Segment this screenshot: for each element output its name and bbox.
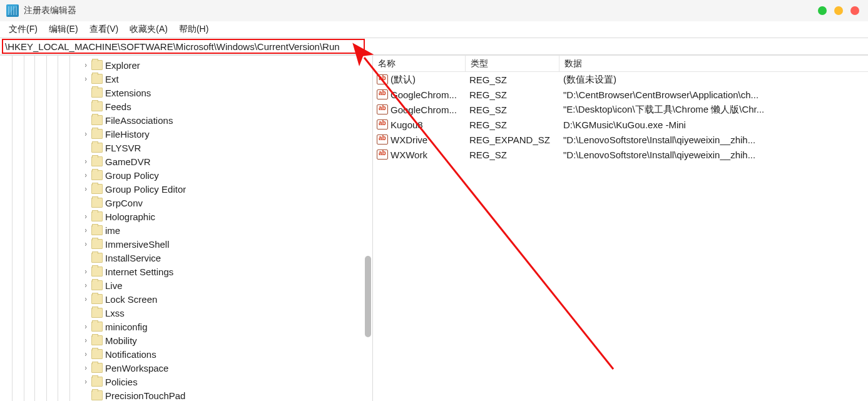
chevron-right-icon[interactable]: › bbox=[82, 226, 89, 235]
value-name-cell: Kugou8 bbox=[373, 119, 466, 130]
chevron-right-icon[interactable]: › bbox=[82, 336, 89, 345]
value-data-cell: D:\KGMusic\KuGou.exe -Mini bbox=[559, 119, 868, 130]
tree-item[interactable]: ›miniconfig bbox=[0, 320, 372, 333]
tree[interactable]: ›Explorer›Ext›Extensions›Feeds›FileAssoc… bbox=[0, 56, 372, 401]
chevron-right-icon[interactable]: › bbox=[82, 74, 89, 83]
menubar: 文件(F) 编辑(E) 查看(V) 收藏夹(A) 帮助(H) bbox=[0, 21, 868, 38]
value-row[interactable]: GoogleChrom...REG_SZ"D:\CentBrowser\Cent… bbox=[373, 87, 868, 102]
folder-icon bbox=[91, 198, 103, 208]
tree-item[interactable]: ›ImmersiveShell bbox=[0, 237, 372, 251]
tree-item[interactable]: ›ime bbox=[0, 223, 372, 237]
reg-string-icon bbox=[377, 74, 388, 84]
folder-icon bbox=[91, 170, 103, 180]
chevron-right-icon[interactable]: › bbox=[82, 185, 89, 193]
tree-item[interactable]: ›GameDVR bbox=[0, 155, 372, 168]
tree-item[interactable]: ›Mobility bbox=[0, 333, 372, 347]
tree-item-label: Mobility bbox=[105, 335, 137, 346]
tree-item[interactable]: ›Notifications bbox=[0, 347, 372, 361]
tree-item[interactable]: ›Ext bbox=[0, 72, 372, 86]
tree-item[interactable]: ›InstallService bbox=[0, 251, 372, 265]
value-type-cell: REG_SZ bbox=[466, 89, 559, 100]
tree-panel: ›Explorer›Ext›Extensions›Feeds›FileAssoc… bbox=[0, 56, 373, 401]
chevron-right-icon[interactable]: › bbox=[82, 212, 89, 221]
tree-scrollbar-thumb[interactable] bbox=[365, 256, 371, 337]
folder-icon bbox=[91, 156, 103, 166]
value-data-cell: "D:\CentBrowser\CentBrowser\Application\… bbox=[559, 89, 868, 100]
chevron-right-icon[interactable]: › bbox=[82, 129, 89, 138]
address-input[interactable] bbox=[0, 38, 868, 54]
tree-item[interactable]: ›PrecisionTouchPad bbox=[0, 388, 372, 401]
chevron-right-icon[interactable]: › bbox=[82, 350, 89, 358]
folder-icon bbox=[91, 335, 103, 345]
value-name-label: WXWork bbox=[391, 150, 427, 160]
window-maximize-dot[interactable] bbox=[834, 6, 843, 15]
tree-item-label: Policies bbox=[105, 377, 138, 387]
window-title: 注册表编辑器 bbox=[24, 5, 76, 16]
chevron-right-icon[interactable]: › bbox=[82, 157, 89, 166]
reg-string-icon bbox=[377, 119, 388, 129]
chevron-right-icon[interactable]: › bbox=[82, 240, 89, 248]
tree-item[interactable]: ›Explorer bbox=[0, 58, 372, 72]
folder-icon bbox=[91, 88, 103, 98]
chevron-right-icon[interactable]: › bbox=[82, 363, 89, 372]
tree-item[interactable]: ›Lxss bbox=[0, 306, 372, 320]
folder-icon bbox=[91, 239, 103, 249]
tree-item[interactable]: ›Feeds bbox=[0, 99, 372, 113]
value-row[interactable]: (默认)REG_SZ(数值未设置) bbox=[373, 72, 868, 87]
window-close-dot[interactable] bbox=[850, 6, 859, 15]
tree-item[interactable]: ›FileHistory bbox=[0, 127, 372, 141]
column-header-type[interactable]: 类型 bbox=[466, 56, 559, 71]
chevron-right-icon[interactable]: › bbox=[82, 61, 89, 69]
tree-item[interactable]: ›FLYSVR bbox=[0, 141, 372, 155]
reg-string-icon bbox=[377, 104, 388, 114]
menu-help[interactable]: 帮助(H) bbox=[176, 23, 211, 36]
tree-item[interactable]: ›Lock Screen bbox=[0, 292, 372, 306]
menu-view[interactable]: 查看(V) bbox=[87, 23, 121, 36]
tree-item[interactable]: ›GrpConv bbox=[0, 196, 372, 210]
chevron-right-icon[interactable]: › bbox=[82, 171, 89, 180]
value-name-label: GoogleChrom... bbox=[391, 104, 457, 115]
tree-item[interactable]: ›PenWorkspace bbox=[0, 361, 372, 375]
value-row[interactable]: Kugou8REG_SZD:\KGMusic\KuGou.exe -Mini bbox=[373, 117, 868, 132]
folder-icon bbox=[91, 101, 103, 111]
menu-file[interactable]: 文件(F) bbox=[6, 23, 40, 36]
tree-item-label: FileHistory bbox=[105, 129, 150, 140]
folder-icon bbox=[91, 390, 103, 400]
tree-item[interactable]: ›FileAssociations bbox=[0, 113, 372, 127]
value-name-label: (默认) bbox=[391, 74, 416, 86]
chevron-right-icon[interactable]: › bbox=[82, 322, 89, 331]
tree-item[interactable]: ›Holographic bbox=[0, 210, 372, 223]
chevron-right-icon[interactable]: › bbox=[82, 267, 89, 276]
values-header: 名称 类型 数据 bbox=[373, 56, 868, 72]
chevron-right-icon[interactable]: › bbox=[82, 295, 89, 303]
tree-item[interactable]: ›Live bbox=[0, 278, 372, 292]
tree-item[interactable]: ›Policies bbox=[0, 375, 372, 388]
column-header-data[interactable]: 数据 bbox=[559, 56, 868, 71]
value-name-label: Kugou8 bbox=[391, 119, 423, 130]
window-minimize-dot[interactable] bbox=[818, 6, 827, 15]
window-controls bbox=[818, 6, 859, 15]
values-rows: (默认)REG_SZ(数值未设置)GoogleChrom...REG_SZ"D:… bbox=[373, 72, 868, 401]
menu-favorites[interactable]: 收藏夹(A) bbox=[127, 23, 170, 36]
value-data-cell: "D:\LenovoSoftstore\Install\qiyeweixin__… bbox=[559, 135, 868, 145]
tree-item[interactable]: ›Extensions bbox=[0, 86, 372, 99]
tree-item[interactable]: ›Group Policy bbox=[0, 168, 372, 182]
menu-edit[interactable]: 编辑(E) bbox=[46, 23, 81, 36]
chevron-right-icon[interactable]: › bbox=[82, 281, 89, 290]
chevron-right-icon[interactable]: › bbox=[82, 377, 89, 386]
value-name-label: GoogleChrom... bbox=[391, 89, 457, 100]
value-type-cell: REG_SZ bbox=[466, 104, 559, 115]
value-row[interactable]: GoogleChrom...REG_SZ"E:\Desktop\icon\下载工… bbox=[373, 102, 868, 117]
value-row[interactable]: WXDriveREG_EXPAND_SZ"D:\LenovoSoftstore\… bbox=[373, 132, 868, 147]
value-row[interactable]: WXWorkREG_SZ"D:\LenovoSoftstore\Install\… bbox=[373, 147, 868, 162]
column-header-name[interactable]: 名称 bbox=[373, 56, 466, 71]
tree-item[interactable]: ›Group Policy Editor bbox=[0, 182, 372, 196]
tree-item-label: Holographic bbox=[105, 211, 155, 222]
tree-item[interactable]: ›Internet Settings bbox=[0, 265, 372, 278]
reg-string-icon bbox=[377, 135, 388, 145]
tree-item-label: Lock Screen bbox=[105, 294, 157, 305]
tree-item-label: FileAssociations bbox=[105, 115, 173, 126]
tree-item-label: Group Policy Editor bbox=[105, 184, 186, 195]
folder-icon bbox=[91, 349, 103, 359]
value-name-cell: (默认) bbox=[373, 74, 466, 86]
